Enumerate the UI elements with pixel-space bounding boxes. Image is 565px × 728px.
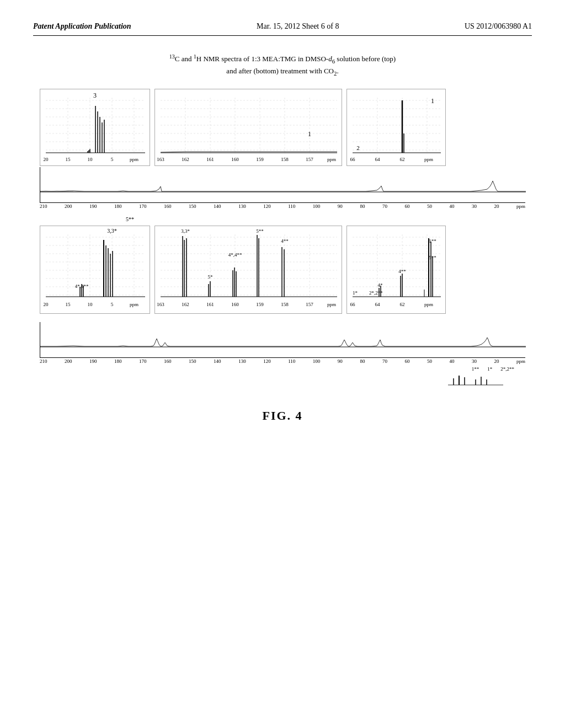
svg-text:66: 66 <box>350 157 356 162</box>
svg-text:15: 15 <box>66 157 71 162</box>
bottom-full-spectrum-labels: 2102001901801701601501401301201101009080… <box>40 358 525 364</box>
svg-text:ppm: ppm <box>130 302 138 307</box>
label-1doublestar: 1** <box>472 366 479 372</box>
bottom-full-spectrum <box>40 322 525 358</box>
publication-date-sheet: Mar. 15, 2012 Sheet 6 of 8 <box>257 22 339 31</box>
bottom-inset-1: 3,3* 4*,4** 20 15 10 5 <box>40 226 150 314</box>
svg-text:62: 62 <box>400 157 405 162</box>
svg-text:157: 157 <box>306 302 313 307</box>
top-full-spectrum-labels: 2102001901801701601501401301201101009080… <box>40 203 525 209</box>
bottom-spectrum-labels: 1** 1* 2*,2** <box>40 366 525 372</box>
label-2star: 2*,2** <box>500 366 514 372</box>
figure-title: 13C and 1H NMR spectra of 1:3 MEA:TMG in… <box>33 52 532 78</box>
top-inset-2: 1 163 162 161 160 159 158 157 ppm <box>154 89 342 166</box>
svg-text:15: 15 <box>66 302 71 307</box>
publication-number: US 2012/0063980 A1 <box>465 22 532 31</box>
label-1star: 1* <box>487 366 492 372</box>
svg-text:5*: 5* <box>208 274 214 280</box>
svg-text:ppm: ppm <box>327 157 336 162</box>
bottom-inset3-label-1star: 1* <box>353 290 358 296</box>
bottom-inset1-label-5star: 5** <box>126 216 134 222</box>
svg-text:20: 20 <box>44 302 49 307</box>
svg-text:4**: 4** <box>398 269 406 274</box>
bottom-inset-3: 1** 4** 4* 5** <box>347 226 446 314</box>
svg-text:4*,4**: 4*,4** <box>228 252 242 258</box>
publication-type: Patent Application Publication <box>33 22 131 31</box>
svg-text:160: 160 <box>231 302 239 307</box>
svg-text:157: 157 <box>306 157 313 162</box>
svg-text:3,3*: 3,3* <box>181 228 190 234</box>
top-full-spectrum <box>40 167 525 203</box>
svg-text:62: 62 <box>400 302 405 307</box>
bottom-inset3-label-2star: 2*,2** <box>369 290 383 296</box>
svg-text:159: 159 <box>256 157 264 162</box>
svg-text:5: 5 <box>111 157 114 162</box>
svg-text:161: 161 <box>206 302 214 307</box>
svg-text:5**: 5** <box>256 228 264 234</box>
svg-text:158: 158 <box>281 157 289 162</box>
svg-text:2: 2 <box>356 144 360 151</box>
svg-text:ppm: ppm <box>424 157 433 162</box>
svg-text:163: 163 <box>157 157 164 162</box>
svg-text:ppm: ppm <box>130 157 138 162</box>
svg-text:4**: 4** <box>281 238 289 244</box>
bottom-inset-2: 3,3* 5** 4** 5* 4*,4** <box>154 226 342 314</box>
figure-caption: FIG. 4 <box>33 409 532 423</box>
svg-text:5: 5 <box>111 302 114 307</box>
svg-text:159: 159 <box>256 302 264 307</box>
top-inset-1: 3 <box>40 89 150 166</box>
svg-text:ppm: ppm <box>327 302 336 307</box>
svg-text:161: 161 <box>206 157 214 162</box>
svg-text:158: 158 <box>281 302 289 307</box>
svg-text:10: 10 <box>88 157 93 162</box>
svg-text:64: 64 <box>375 157 381 162</box>
svg-text:162: 162 <box>182 302 189 307</box>
svg-text:66: 66 <box>350 302 356 307</box>
top-nmr-chart: 3 <box>40 89 525 209</box>
svg-text:64: 64 <box>375 302 381 307</box>
bottom-nmr-chart: 3,3* 4*,4** 20 15 10 5 <box>40 226 525 387</box>
svg-text:20: 20 <box>44 157 49 162</box>
bottom-small-peaks <box>40 373 525 387</box>
svg-text:1**: 1** <box>429 238 436 244</box>
svg-text:1: 1 <box>308 130 311 138</box>
svg-text:3,3*: 3,3* <box>107 228 117 234</box>
svg-text:10: 10 <box>88 302 93 307</box>
page-header: Patent Application Publication Mar. 15, … <box>33 22 532 36</box>
top-inset-3: 1 2 66 64 62 ppm <box>347 89 446 166</box>
svg-text:163: 163 <box>157 302 164 307</box>
svg-text:162: 162 <box>182 157 189 162</box>
svg-text:160: 160 <box>231 157 239 162</box>
svg-text:1: 1 <box>431 97 434 105</box>
svg-text:ppm: ppm <box>424 302 433 307</box>
